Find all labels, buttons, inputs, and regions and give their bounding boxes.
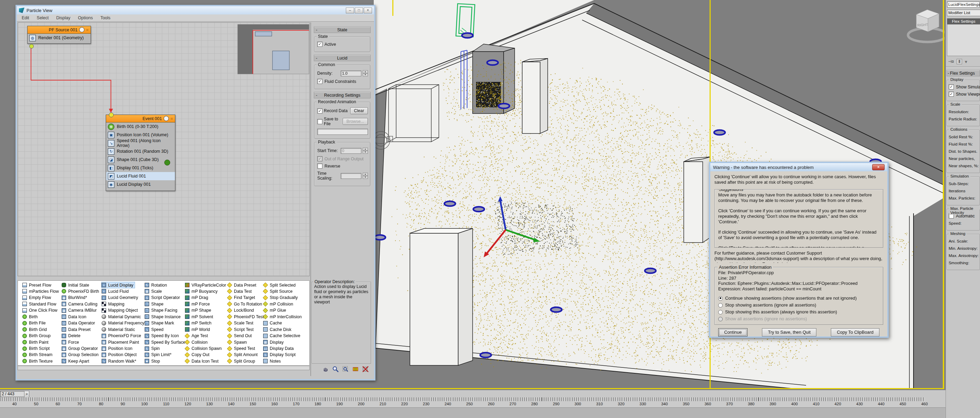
depot-item[interactable]: mP InterCollision [263,314,302,320]
start-time-input[interactable]: 0 [340,148,361,154]
depot-item[interactable]: Script Test [228,326,253,332]
depot-item[interactable]: Cache Disk [263,326,291,332]
event-operator-row[interactable]: ◉Lucid Display 001 [106,180,175,188]
recording-rollout-header[interactable]: -Recording Settings [314,92,371,98]
object-name-field[interactable]: LucidFlexSettings [947,2,980,8]
depot-item[interactable]: ✕Delete [62,333,81,339]
depot-item[interactable]: ▦Force [62,339,79,345]
event-operator-row[interactable]: ◩Lucid Fluid 001 [106,172,175,180]
depot-item[interactable]: mP Solvent [185,314,213,320]
depot-item[interactable]: Birth File [22,320,46,326]
particle-view-titlebar[interactable]: Particle View – □ × [17,6,374,14]
zoom-tool-icon[interactable] [332,366,339,372]
depot-item[interactable]: SScript Operator [145,295,180,301]
depot-item[interactable]: Birth [22,314,38,320]
depot-item[interactable]: Notes [263,358,281,364]
depot-item[interactable]: VRayParticleColor [185,282,226,288]
depot-item[interactable]: ▦Group Operator [62,346,98,352]
depot-item[interactable]: ◗Lucid Geometry [102,295,138,301]
radio-selected[interactable] [718,296,723,301]
depot-item[interactable]: ▦PhoenixFD Force [102,333,141,339]
assertion-radio-option[interactable]: Stop showing this assertion (always igno… [718,309,880,315]
depot-item[interactable]: ▦Camera Culling [62,301,97,307]
depot-item[interactable]: Scale Test [228,320,253,326]
clear-button[interactable]: Clear [350,107,368,114]
depot-item[interactable]: PhoenixFD Birth [62,288,99,294]
save-file-path-field[interactable] [317,129,368,135]
close-button[interactable]: × [364,8,372,13]
show-end-result-icon[interactable]: Ⅱ [956,59,962,64]
fluid-constraints-row[interactable]: ✓Fluid Constraints [317,79,368,84]
depot-item[interactable]: Preset Flow [22,282,51,288]
lucid-constraint-icon[interactable] [487,60,498,65]
density-input[interactable]: 1.0 [340,71,361,76]
depot-item[interactable]: Cache [263,320,282,326]
depot-item[interactable]: ↻Spin [145,346,160,352]
dialog-close-button[interactable]: × [872,164,885,170]
depot-item[interactable]: Birth Paint [22,339,49,345]
start-time-spinner[interactable]: ▲▼ [363,147,368,154]
depot-item[interactable]: ◗Lucid Display [102,282,135,288]
checkbox-row[interactable]: ✓Show Simulation [949,84,979,89]
lucid-constraint-icon[interactable] [374,235,385,240]
time-ruler[interactable]: 4050607080901001101201301401501601701801… [0,397,925,408]
render-operator-row[interactable]: ◍ Render 001 (Geometry) [27,34,91,42]
radio-unselected[interactable] [718,303,723,307]
depot-item[interactable]: mP Shape [185,307,211,314]
lucid-constraint-icon[interactable] [551,307,562,312]
depot-item[interactable]: Copy Out [185,352,210,358]
menu-edit[interactable]: Edit [22,16,29,20]
radio-unselected[interactable] [718,317,723,321]
depot-item[interactable]: Birth Grid [22,326,47,332]
try-save-quit-button[interactable]: Try to Save, then Quit [762,328,816,336]
depot-item[interactable]: ▦Position Icon [102,346,132,352]
depot-item[interactable]: Find Target [228,295,255,301]
depot-item[interactable]: Speed Test [228,346,255,352]
lucid-constraint-icon[interactable] [645,268,656,273]
depot-item[interactable]: mP Glue [263,307,286,314]
depot-item[interactable]: Birth Texture [22,358,53,364]
bulb-icon[interactable] [164,116,169,121]
depot-item[interactable]: 10Data Icon [62,314,86,320]
radio-unselected[interactable] [718,310,723,314]
menu-options[interactable]: Options [78,16,93,20]
depot-item[interactable]: Data Icon Test [185,358,218,364]
copy-clipboard-button[interactable]: Copy To ClipBoard [831,328,879,336]
event-operator-row[interactable]: ▣Position Icon 001 (Volume) [106,131,175,139]
depot-item[interactable]: Lock/Bond [228,307,254,314]
depot-item[interactable]: Empty Flow [22,295,51,301]
lucid-constraint-icon[interactable] [498,104,509,108]
depot-item[interactable]: ▦Placement Paint [102,339,139,345]
maximize-button[interactable]: □ [355,8,363,13]
browse-button[interactable]: Browse... [343,118,368,125]
event-display-color-dot[interactable] [164,160,170,165]
depot-item[interactable]: ↘Keep Apart [62,358,89,364]
depot-item[interactable]: ▦Camera IMBlur [62,307,97,314]
depot-item[interactable]: Collision Spawn [185,346,222,352]
depot-item[interactable]: ▦Group Selection [62,352,99,358]
event-operator-row[interactable]: ↻Rotation 001 (Random 3D) [106,147,175,155]
depot-item[interactable]: Spawn [228,339,247,345]
stack-item-selected[interactable]: Flex Settings [947,19,980,24]
time-scaling-spinner[interactable]: ▲▼ [363,173,368,179]
depot-item[interactable]: ❒Shape [145,301,164,307]
active-checkbox-row[interactable]: ✓Active [317,42,368,47]
depot-item[interactable]: Standard Flow [22,301,56,307]
event-node[interactable]: Event 001 = ⊕Birth 001 (0-30 T:200)▣Posi… [106,114,175,191]
depot-item[interactable]: Material Dynamic [102,314,141,320]
depot-item[interactable]: ↘Speed By Surface [145,339,185,345]
depot-item[interactable]: mP Drag [185,295,208,301]
lucid-constraint-icon[interactable] [462,33,473,38]
depot-item[interactable]: One Click Flow [22,307,57,314]
lucid-rollout-header[interactable]: -Lucid [314,55,371,61]
depot-item[interactable]: Material Frequency [102,320,144,326]
modifier-stack[interactable]: Flex Settings [947,18,980,56]
bulb-icon[interactable] [79,27,84,32]
depot-item[interactable]: Birth Group [22,333,51,339]
depot-item[interactable]: Go To Rotation [228,301,262,307]
output-socket[interactable] [29,44,34,49]
assertion-radio-option[interactable]: Stop showing assertions (ignore all asse… [718,302,880,308]
depot-item[interactable]: Cache Selective [263,333,301,339]
event-operator-row[interactable]: ◧Display 001 (Ticks) [106,164,175,172]
depot-item[interactable]: Stop Gradually [263,295,298,301]
